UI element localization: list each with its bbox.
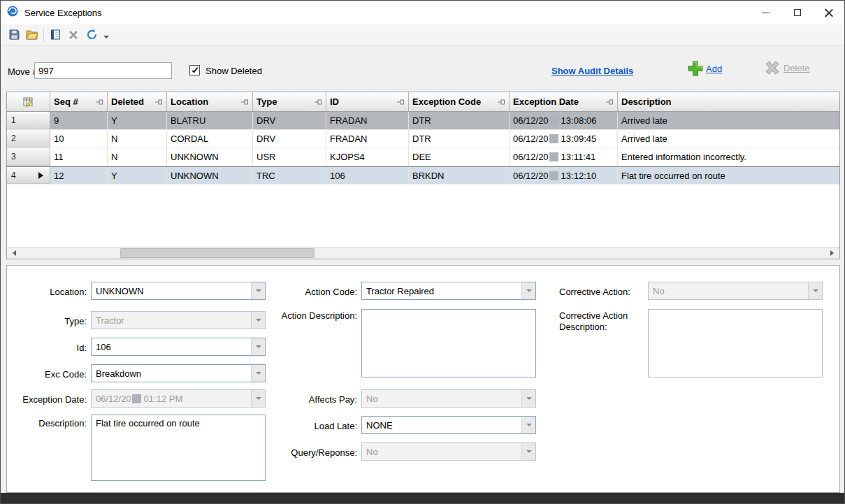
row-number: 4 xyxy=(11,171,16,180)
save-button[interactable] xyxy=(5,27,23,43)
delete-x-large-icon xyxy=(764,61,781,75)
column-header-exception-date[interactable]: Exception Date xyxy=(510,92,618,111)
type-combobox[interactable]: Tractor xyxy=(91,311,266,329)
chevron-down-icon[interactable] xyxy=(251,338,265,355)
refresh-button[interactable] xyxy=(82,27,101,43)
delete-button[interactable]: Delete xyxy=(764,61,810,75)
exception-date-picker[interactable]: 06/12/2001:12 PM xyxy=(91,389,266,408)
maximize-button[interactable] xyxy=(781,1,813,24)
row-selector[interactable]: 3 xyxy=(7,148,50,166)
toolbar-overflow-icon[interactable] xyxy=(103,36,109,41)
column-header-type[interactable]: Type xyxy=(253,92,326,111)
close-button[interactable] xyxy=(813,1,844,24)
cell-description: Flat tire occurred on route xyxy=(618,167,839,184)
exc-code-label: Exc Code: xyxy=(7,369,87,380)
add-button-label: Add xyxy=(706,64,722,74)
column-header-location[interactable]: Location xyxy=(167,92,253,111)
corrective-action-label: Corrective Action: xyxy=(559,287,644,298)
scroll-left-button[interactable] xyxy=(7,247,19,259)
column-header-id[interactable]: ID xyxy=(326,92,409,111)
exceptions-grid: Seq # Deleted Location Type ID Exception… xyxy=(6,92,840,259)
id-combobox[interactable]: 106 xyxy=(91,338,266,356)
row-selector[interactable]: 2 xyxy=(7,130,50,147)
description-textarea[interactable]: Flat tire occurred on route xyxy=(91,415,266,481)
cell-location: UNKNOWN xyxy=(167,148,253,166)
type-label: Type: xyxy=(7,316,87,327)
show-deleted-label: Show Deleted xyxy=(205,66,262,76)
chevron-down-icon[interactable] xyxy=(251,390,265,407)
table-row[interactable]: 3 11 N UNKNOWN USR KJOPS4 DEE 06/12/2013… xyxy=(7,148,839,166)
corrective-action-description-textarea[interactable] xyxy=(648,309,823,377)
chevron-down-icon[interactable] xyxy=(521,282,535,299)
pin-icon[interactable] xyxy=(394,99,405,106)
cell-deleted: Y xyxy=(108,112,167,129)
location-value: UNKNOWN xyxy=(92,286,251,296)
scrollbar-thumb[interactable] xyxy=(120,248,315,258)
window-controls xyxy=(750,1,844,24)
exc-code-combobox[interactable]: Breakdown xyxy=(91,364,266,382)
location-label: Location: xyxy=(7,287,87,298)
description-label: Description: xyxy=(7,418,87,429)
row-selector[interactable]: 1 xyxy=(7,112,50,129)
open-folder-icon xyxy=(26,29,38,40)
load-late-combobox[interactable]: NONE xyxy=(361,416,536,434)
window-title: Service Exceptions xyxy=(24,8,102,18)
redacted-year xyxy=(549,134,558,143)
column-header-description[interactable]: Description xyxy=(618,92,839,111)
column-header-deleted[interactable]: Deleted xyxy=(108,92,167,111)
cell-exception-code: DTR xyxy=(409,112,510,129)
close-icon xyxy=(825,8,833,17)
query-response-combobox[interactable]: No xyxy=(361,442,536,461)
toolbar-delete-button[interactable] xyxy=(64,27,82,43)
pin-icon[interactable] xyxy=(603,99,614,106)
minimize-icon xyxy=(762,13,770,13)
corrective-action-combobox[interactable]: No xyxy=(648,282,823,300)
show-audit-details-link[interactable]: Show Audit Details xyxy=(551,66,633,76)
pin-icon[interactable] xyxy=(93,99,103,106)
pin-icon[interactable] xyxy=(238,99,249,106)
minimize-button[interactable] xyxy=(750,1,781,24)
horizontal-scrollbar[interactable] xyxy=(7,247,839,259)
row-selector[interactable]: 4 xyxy=(7,167,50,184)
column-header-exception-code[interactable]: Exception Code xyxy=(409,92,510,111)
chevron-down-icon[interactable] xyxy=(521,390,535,407)
pin-icon[interactable] xyxy=(312,99,322,106)
location-combobox[interactable]: UNKNOWN xyxy=(91,282,266,300)
cell-exception-code: BRKDN xyxy=(409,167,510,184)
toolbar-separator xyxy=(43,28,44,42)
cell-seq: 11 xyxy=(50,148,108,166)
show-deleted-checkbox[interactable] xyxy=(189,65,200,75)
cell-exception-date: 06/12/2013:12:10 xyxy=(510,167,618,184)
table-row[interactable]: 4 12 Y UNKNOWN TRC 106 BRKDN 06/12/2013:… xyxy=(7,166,839,185)
cell-type: USR xyxy=(253,148,326,166)
open-button[interactable] xyxy=(23,27,41,43)
scroll-right-button[interactable] xyxy=(828,247,839,259)
redacted-year xyxy=(549,171,558,180)
chevron-down-icon[interactable] xyxy=(521,443,535,460)
corrective-action-value: No xyxy=(649,286,808,296)
column-header-seq[interactable]: Seq # xyxy=(50,92,108,111)
chevron-down-icon[interactable] xyxy=(521,417,535,433)
redacted-year xyxy=(132,394,141,403)
chevron-down-icon[interactable] xyxy=(251,312,265,329)
chevron-down-icon[interactable] xyxy=(251,365,265,382)
add-button[interactable]: Add xyxy=(688,61,722,76)
move-number-input[interactable] xyxy=(34,62,172,79)
chevron-down-icon[interactable] xyxy=(808,282,822,299)
chevron-down-icon[interactable] xyxy=(251,282,265,299)
add-plus-icon xyxy=(688,61,703,76)
action-description-textarea[interactable] xyxy=(361,309,536,377)
export-button[interactable] xyxy=(46,27,64,43)
action-description-label: Action Description: xyxy=(276,310,357,322)
table-row[interactable]: 1 9 Y BLATRU DRV FRADAN DTR 06/12/2013:0… xyxy=(7,112,839,130)
cell-seq: 10 xyxy=(50,130,108,147)
pin-icon[interactable] xyxy=(495,99,505,106)
corrective-action-description-label: Corrective Action Description: xyxy=(559,310,647,333)
action-code-combobox[interactable]: Tractor Repaired xyxy=(361,282,536,300)
column-chooser-button[interactable] xyxy=(7,92,50,111)
affects-pay-combobox[interactable]: No xyxy=(361,389,536,408)
pin-icon[interactable] xyxy=(152,99,163,106)
row-number: 3 xyxy=(11,152,16,161)
table-row[interactable]: 2 10 N CORDAL DRV FRADAN DTR 06/12/2013:… xyxy=(7,130,839,148)
cell-location: CORDAL xyxy=(167,130,253,147)
